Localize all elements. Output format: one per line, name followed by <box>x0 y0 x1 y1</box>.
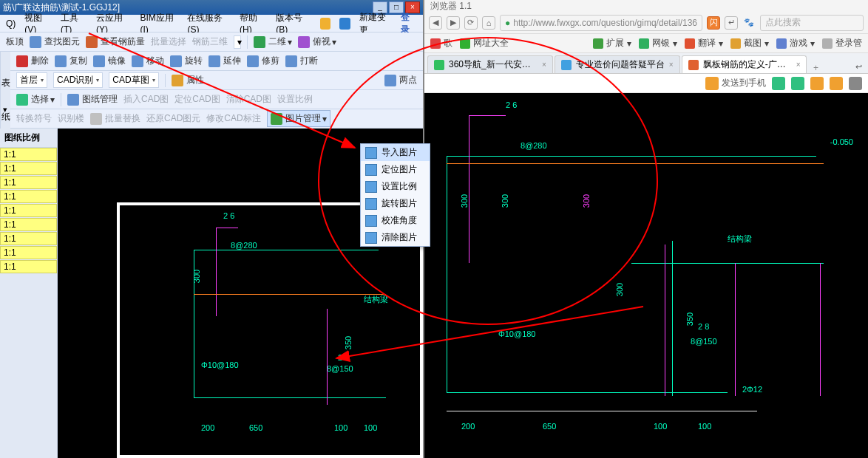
menu-item[interactable]: 在线服务(S) <box>187 12 231 35</box>
browser-tab[interactable]: 专业造价问题答疑平台× <box>555 55 680 73</box>
mirror-button[interactable]: 镜像 <box>93 55 126 67</box>
rotate-button[interactable]: 旋转 <box>170 55 203 67</box>
browser-tab-active[interactable]: 飘板钢筋的定义-广联达× <box>682 55 807 73</box>
tool-item[interactable]: 板顶 <box>6 35 24 48</box>
cloud-icon[interactable] <box>772 77 785 90</box>
menu-rotate-image[interactable]: 旋转图片 <box>361 195 430 212</box>
ratio-cell[interactable]: 1:1 <box>0 190 57 203</box>
login-manager-button[interactable]: 登录管 <box>822 37 862 49</box>
find-element-button[interactable]: 查找图元 <box>30 35 80 48</box>
page-toolbar: 发送到手机 <box>424 74 868 93</box>
extend-button[interactable]: 延伸 <box>208 55 241 67</box>
url-input[interactable]: ●http://www.fwxgx.com/question/gimq/deta… <box>500 15 702 31</box>
label-struct: 结构梁 <box>364 294 388 305</box>
break-button[interactable]: 打断 <box>285 55 318 67</box>
replace-icon <box>90 113 102 125</box>
fav-item[interactable]: 歌 <box>430 37 452 49</box>
more-icon[interactable] <box>849 77 862 90</box>
select-button[interactable]: 选择 ▾ <box>16 93 55 106</box>
compat-icon[interactable]: 闪 <box>707 16 720 30</box>
image-manager-button[interactable]: 图片管理▾ <box>267 110 330 127</box>
prop-icon <box>172 75 183 86</box>
menu-item[interactable]: 视图(V) <box>24 12 52 35</box>
ratio-cell[interactable]: 1:1 <box>0 204 57 217</box>
menu-item[interactable]: 版本号(B) <box>276 12 311 35</box>
nav-home-button[interactable]: ⌂ <box>482 16 495 30</box>
tab-close-icon[interactable]: × <box>796 61 801 69</box>
paw-icon[interactable]: 🐾 <box>742 16 756 30</box>
view-rebar-button[interactable]: 查看钢筋量 <box>86 35 145 48</box>
send-to-phone-button[interactable]: 发送到手机 <box>705 77 766 90</box>
ext-button[interactable]: 扩展 ▾ <box>593 37 631 49</box>
new-tab-button[interactable]: + <box>808 63 823 73</box>
ratio-cell[interactable]: 1:1 <box>0 162 57 175</box>
ratio-cell[interactable]: 1:1 <box>0 246 57 259</box>
floor-select[interactable]: 首层 <box>16 72 47 88</box>
go-button[interactable]: ↵ <box>725 16 738 30</box>
view-2d-button[interactable]: 二维▾ <box>254 35 292 48</box>
trim-button[interactable]: 修剪 <box>247 55 279 67</box>
dim-label: 2Φ12 <box>742 385 762 394</box>
browser-window: 浏览器 1.1 ◀ ▶ ⟳ ⌂ ●http://www.fwxgx.com/qu… <box>424 0 868 458</box>
restore-tab-icon[interactable]: ↩ <box>852 60 865 73</box>
share-icon[interactable] <box>791 77 804 90</box>
toolbar-cad: 选择 ▾ 图纸管理 插入CAD图 定位CAD图 清除CAD图 设置比例 <box>10 90 423 109</box>
nav-reload-button[interactable]: ⟳ <box>464 16 478 30</box>
game-button[interactable]: 游戏 ▾ <box>776 37 815 49</box>
delete-button[interactable]: 删除 <box>16 55 49 67</box>
menu-item[interactable]: BIM应用(I) <box>140 12 179 35</box>
clear-icon <box>365 232 377 244</box>
ratio-cell[interactable]: 1:1 <box>0 176 57 189</box>
dropdown-icon[interactable]: ▾ <box>234 35 241 49</box>
app-icon[interactable] <box>339 18 350 30</box>
scissors-icon <box>730 38 741 49</box>
menu-clear-image[interactable]: 清除图片 <box>361 229 430 246</box>
batch-replace-button: 批量替换 <box>90 112 140 125</box>
side-tab-1[interactable]: 表 <box>0 52 10 90</box>
rotate-icon <box>170 55 182 67</box>
menu-item[interactable]: 云应用(Y) <box>96 12 132 35</box>
menu-calibrate-angle[interactable]: 校准角度 <box>361 212 430 229</box>
star-icon[interactable] <box>810 77 824 90</box>
menu-item[interactable]: Q) <box>6 18 16 29</box>
move-button[interactable]: 移动 <box>132 55 164 67</box>
cad-recognize-select[interactable]: CAD识别 <box>53 72 103 88</box>
properties-button[interactable]: 属性 <box>172 74 204 86</box>
menu-item[interactable]: 帮助(H) <box>240 12 267 35</box>
app-icon[interactable] <box>320 18 331 30</box>
screenshot-button[interactable]: 截图 ▾ <box>730 37 769 49</box>
ratio-cell[interactable]: 1:1 <box>0 232 57 245</box>
view-top-button[interactable]: 俯视▾ <box>298 35 336 48</box>
bank-button[interactable]: 网银 ▾ <box>639 37 677 49</box>
ratio-cell[interactable]: 1:1 <box>0 218 57 231</box>
fav-item[interactable]: 网址大全 <box>460 37 509 49</box>
menu-set-scale[interactable]: 设置比例 <box>361 178 430 195</box>
dim-label: 100 <box>654 422 667 431</box>
extend-icon <box>208 55 220 67</box>
search-input[interactable]: 点此搜索 <box>760 15 864 31</box>
dim-label: 200 <box>201 423 214 432</box>
grid-icon <box>384 75 396 86</box>
ratio-cell[interactable]: 1:1 <box>0 148 57 161</box>
label-struct: 结构梁 <box>728 233 752 245</box>
tab-close-icon[interactable]: × <box>542 61 546 69</box>
twopoint-button[interactable]: 两点 <box>384 74 417 86</box>
note-icon[interactable] <box>830 77 843 90</box>
browser-content-canvas[interactable]: -0.050 2 6 8@280 300 300 300 结构梁 Φ10@180… <box>424 93 868 458</box>
browser-tab[interactable]: 360导航_新一代安全上× <box>427 55 553 73</box>
menu-import-image[interactable]: 导入图片 <box>361 144 430 161</box>
menu-item[interactable]: 工具(T) <box>61 12 87 35</box>
nav-back-button[interactable]: ◀ <box>429 16 442 30</box>
browser-tabs: 360导航_新一代安全上× 专业造价问题答疑平台× 飘板钢筋的定义-广联达× +… <box>424 53 868 74</box>
copy-icon <box>55 55 67 67</box>
ratio-cell[interactable]: 1:1 <box>0 260 57 273</box>
drawing-manager-button[interactable]: 图纸管理 <box>67 93 118 106</box>
menu-locate-image[interactable]: 定位图片 <box>361 161 430 178</box>
nav-forward-button[interactable]: ▶ <box>447 16 460 30</box>
search-icon <box>30 36 41 48</box>
side-tab-2[interactable]: 纸 ▾ <box>0 90 10 129</box>
translate-button[interactable]: 翻译 ▾ <box>685 37 723 49</box>
copy-button[interactable]: 复制 <box>55 55 87 67</box>
cad-sketch-select[interactable]: CAD草图 <box>109 72 158 88</box>
tab-close-icon[interactable]: × <box>669 61 674 69</box>
